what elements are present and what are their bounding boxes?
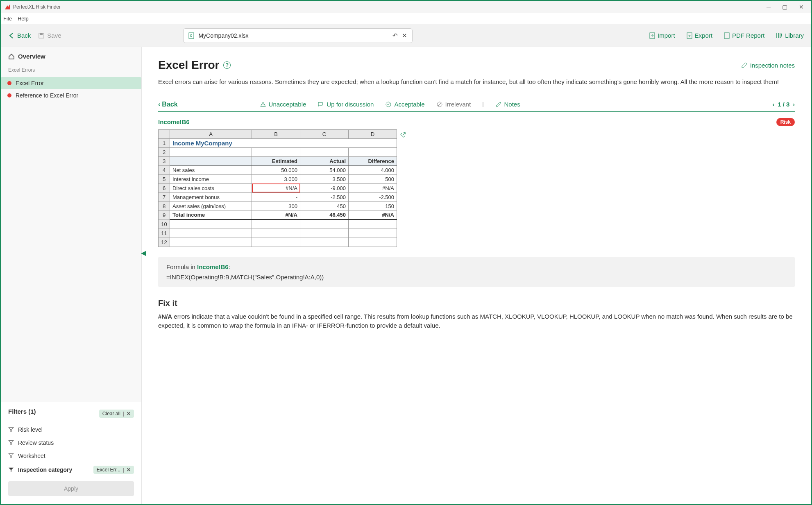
maximize-button[interactable]: ▢ (782, 4, 787, 10)
fixit-title: Fix it (158, 299, 795, 308)
mark-unacceptable-button[interactable]: Unacceptable (260, 101, 306, 108)
sidebar-item-label: Excel Error (16, 80, 44, 86)
home-icon (8, 53, 15, 60)
toolbar: Back Save MyCompany02.xlsx ↶ ✕ Import Ex… (1, 24, 811, 47)
mark-irrelevant-button[interactable]: Irrelevant (436, 101, 471, 108)
filters-title: Filters (1) (8, 408, 36, 415)
export-icon (687, 32, 692, 39)
fixit-text: #N/A errors indicate that a value couldn… (158, 312, 795, 331)
sheet-title: Income MyCompany (170, 138, 397, 147)
pager-text: 1 / 3 (778, 101, 789, 108)
cell-reference: Income!B6 (158, 118, 190, 125)
close-icon[interactable]: ✕ (127, 411, 131, 417)
formula-text: =INDEX(Operating!B:B,MATCH("Sales",Opera… (166, 274, 787, 281)
col-header: C (300, 129, 349, 138)
mark-acceptable-button[interactable]: Acceptable (385, 101, 424, 108)
pdf-icon (724, 32, 730, 39)
open-external-icon[interactable] (400, 129, 407, 138)
sidebar-item-excel-error[interactable]: Excel Error (1, 77, 141, 89)
menu-file[interactable]: File (3, 16, 12, 22)
detail-back-button[interactable]: ‹ Back (158, 101, 178, 108)
page-description: Excel errors can arise for various reaso… (158, 77, 795, 87)
svg-line-9 (438, 103, 441, 106)
risk-badge: Risk (776, 118, 795, 126)
pager-next-button[interactable]: › (793, 101, 795, 108)
filter-risk-level[interactable]: Risk level (8, 423, 134, 436)
back-button[interactable]: Back (8, 32, 31, 39)
menubar: File Help (1, 13, 811, 24)
col-header: A (170, 129, 252, 138)
action-bar: ‹ Back Unacceptable Up for discussion Ac… (158, 97, 795, 112)
sidebar-group-label: Excel Errors (8, 66, 134, 75)
app-logo-icon (4, 4, 11, 10)
pager-prev-button[interactable]: ‹ (772, 101, 774, 108)
undo-button[interactable]: ↶ (392, 32, 398, 39)
export-button[interactable]: Export (687, 32, 712, 39)
svg-rect-1 (40, 33, 43, 35)
apply-button[interactable]: Apply (8, 481, 134, 496)
svg-rect-5 (724, 33, 729, 38)
window-title: PerfectXL Risk Finder (13, 4, 767, 10)
table-row: 8 Asset sales (gain/loss) 300 450 150 (159, 202, 397, 211)
filename: MyCompany02.xlsx (198, 32, 248, 39)
sidebar-item-label: Reference to Excel Error (16, 92, 78, 99)
import-button[interactable]: Import (649, 32, 675, 39)
close-button[interactable]: ✕ (799, 4, 804, 10)
svg-rect-2 (189, 33, 194, 38)
funnel-filled-icon (8, 467, 14, 473)
library-icon (776, 32, 783, 39)
risk-dot-icon (7, 81, 11, 85)
menu-help[interactable]: Help (18, 16, 29, 22)
overview-link[interactable]: Overview (8, 53, 134, 60)
file-indicator: MyCompany02.xlsx ↶ ✕ (183, 28, 413, 43)
chat-icon (318, 101, 324, 108)
col-header: B (252, 129, 300, 138)
edit-icon (741, 62, 748, 68)
table-row: 5 Interest income 3.000 3.500 500 (159, 174, 397, 183)
save-button[interactable]: Save (38, 32, 61, 39)
arrow-left-icon (8, 32, 15, 39)
slash-circle-icon (436, 101, 443, 108)
funnel-icon (8, 427, 14, 433)
mark-discussion-button[interactable]: Up for discussion (318, 101, 374, 108)
pdf-report-button[interactable]: PDF Report (724, 32, 764, 39)
minimize-button[interactable]: ─ (767, 4, 771, 10)
warning-icon (260, 101, 266, 108)
close-icon[interactable]: ✕ (127, 467, 131, 473)
table-row: 7 Management bonus - -2.500 -2.500 (159, 192, 397, 202)
highlighted-cell: #N/A (252, 183, 300, 192)
library-button[interactable]: Library (776, 32, 804, 39)
filter-review-status[interactable]: Review status (8, 436, 134, 449)
excel-preview-table: A B C D 1 Income MyCompany 2 3 Estimated… (158, 129, 397, 247)
sidebar: Overview Excel Errors Excel Error Refere… (1, 47, 142, 504)
filter-panel: Filters (1) Clear all | ✕ Risk level Rev… (1, 402, 141, 504)
table-row: 6 Direct sales costs #N/A -9.000 #N/A (159, 183, 397, 192)
chevron-left-icon: ‹ (158, 101, 160, 108)
check-circle-icon (385, 101, 392, 108)
clear-all-chip[interactable]: Clear all | ✕ (99, 410, 134, 418)
edit-icon (495, 101, 502, 108)
excel-file-icon (188, 32, 194, 39)
formula-box: Formula in Income!B6: =INDEX(Operating!B… (158, 257, 795, 287)
col-header: D (349, 129, 397, 138)
risk-dot-icon (7, 93, 11, 97)
page-title: Excel Error ? (158, 59, 231, 72)
help-icon[interactable]: ? (223, 61, 231, 69)
funnel-icon (8, 453, 14, 459)
filter-inspection-category[interactable]: Inspection category Excel Err... | ✕ (8, 462, 134, 477)
sidebar-item-reference-to-excel-error[interactable]: Reference to Excel Error (1, 89, 141, 102)
funnel-icon (8, 440, 14, 446)
inspection-notes-button[interactable]: Inspection notes (741, 62, 795, 69)
import-icon (649, 32, 655, 39)
save-icon (38, 32, 45, 39)
filter-worksheet[interactable]: Worksheet (8, 449, 134, 462)
content: Excel Error ? Inspection notes Excel err… (142, 47, 811, 504)
table-row: 4 Net sales 50.000 54.000 4.000 (159, 165, 397, 174)
table-total-row: 9 Total income #N/A 46.450 #N/A (159, 211, 397, 220)
filter-chip[interactable]: Excel Err... | ✕ (93, 466, 134, 474)
notes-button[interactable]: Notes (495, 101, 520, 108)
svg-point-7 (386, 102, 391, 107)
titlebar: PerfectXL Risk Finder ─ ▢ ✕ (1, 1, 811, 13)
pager: ‹ 1 / 3 › (772, 101, 795, 108)
clear-file-button[interactable]: ✕ (402, 32, 407, 39)
